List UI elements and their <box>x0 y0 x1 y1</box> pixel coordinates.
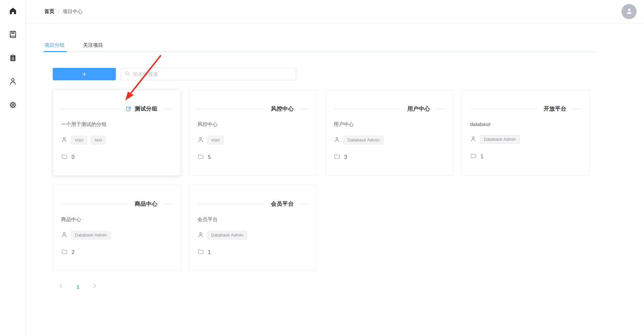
project-count: 5 <box>208 154 211 160</box>
group-members-row: Databasir Admin <box>197 231 309 240</box>
folder-icon <box>334 153 340 161</box>
group-title: 风控中心 <box>271 105 294 113</box>
group-description: 一个用于测试的分组 <box>61 121 172 128</box>
divider-line-left <box>334 109 401 109</box>
clipboard-icon <box>9 54 17 64</box>
group-members-row: Databasir Admin <box>61 231 172 240</box>
sidebar-item-documents[interactable] <box>8 31 17 39</box>
project-group-card[interactable]: 商品中心 商品中心 Databasir Admin 2 <box>53 185 181 271</box>
group-description: 风控中心 <box>197 121 309 128</box>
card-title-row: 会员平台 <box>197 200 309 208</box>
project-count: 1 <box>208 249 211 255</box>
card-title-row: 测试分组 <box>61 105 172 113</box>
tab-project-groups-label: 项目分组 <box>44 42 64 48</box>
divider-line-left <box>470 109 537 109</box>
group-title: 开放平台 <box>544 105 566 113</box>
tab-project-groups[interactable]: 项目分组 <box>44 39 64 51</box>
home-icon <box>9 7 17 16</box>
project-group-card[interactable]: 风控中心 风控中心 vran 5 <box>189 90 317 176</box>
divider-line-right <box>164 204 172 204</box>
tab-followed-projects-label: 关注项目 <box>83 42 103 48</box>
divider-line-right <box>301 204 309 204</box>
member-tag: Databasir Admin <box>71 231 111 240</box>
project-count-row: 3 <box>334 153 445 161</box>
group-title: 测试分组 <box>135 105 157 113</box>
book-icon <box>9 30 17 40</box>
project-group-card[interactable]: 测试分组 一个用于测试的分组 vrantest 0 <box>53 90 181 176</box>
group-description: 商品中心 <box>61 216 172 223</box>
user-avatar[interactable] <box>622 4 637 19</box>
divider-line-left <box>197 204 264 204</box>
tab-followed-projects[interactable]: 关注项目 <box>83 39 103 51</box>
breadcrumb-home[interactable]: 首页 <box>44 8 54 15</box>
search-box <box>120 68 296 80</box>
project-count-row: 2 <box>61 248 172 256</box>
edit-group-icon[interactable] <box>126 106 132 112</box>
divider-line-right <box>301 109 309 109</box>
group-title: 商品中心 <box>135 200 157 208</box>
toolbar: + <box>53 68 296 80</box>
pagination: 1 <box>57 282 99 292</box>
member-user-icon <box>334 136 340 144</box>
group-description: 会员平台 <box>197 216 309 223</box>
search-icon <box>125 71 130 78</box>
folder-icon <box>470 153 477 161</box>
member-tag: Databasir Admin <box>343 136 383 144</box>
card-title-row: 风控中心 <box>197 105 309 113</box>
folder-icon <box>61 248 68 256</box>
pagination-prev-button[interactable] <box>57 282 65 292</box>
divider-line-left <box>61 109 119 109</box>
tab-bar: 项目分组 关注项目 <box>44 39 596 52</box>
group-members-row: vrantest <box>61 136 172 144</box>
divider-line-left <box>61 204 128 204</box>
pagination-page-1[interactable]: 1 <box>74 284 82 290</box>
card-title-row: 开放平台 <box>470 105 581 113</box>
breadcrumb-separator: / <box>58 9 59 14</box>
folder-icon <box>61 153 68 161</box>
divider-line-right <box>437 109 445 109</box>
member-tag: Databasir Admin <box>480 135 520 144</box>
project-count: 2 <box>72 249 75 255</box>
pagination-next-button[interactable] <box>91 282 99 292</box>
member-tag: test <box>91 136 106 144</box>
member-tag: vran <box>71 136 87 144</box>
chevron-left-icon <box>59 284 63 290</box>
divider-line-right <box>164 109 172 109</box>
member-user-icon <box>197 232 204 239</box>
group-description: 用户中心 <box>334 121 445 128</box>
breadcrumb: 首页 / 项目中心 <box>44 8 83 15</box>
avatar-person-icon <box>625 7 634 17</box>
group-members-row: vran <box>197 136 309 144</box>
folder-icon <box>197 153 204 161</box>
member-user-icon <box>197 136 204 144</box>
search-input[interactable] <box>133 71 292 77</box>
project-count-row: 1 <box>197 248 309 256</box>
add-group-button[interactable]: + <box>53 68 116 80</box>
chevron-right-icon <box>92 284 97 290</box>
project-count-row: 0 <box>61 153 172 161</box>
sidebar-item-home[interactable] <box>8 7 17 16</box>
member-tag: vran <box>207 136 224 144</box>
folder-icon <box>197 248 204 256</box>
divider-line-right <box>573 109 581 109</box>
member-user-icon <box>61 136 67 144</box>
sidebar-item-settings[interactable] <box>8 101 17 110</box>
member-user-icon <box>61 232 67 239</box>
project-group-card[interactable]: 用户中心 用户中心 Databasir Admin 3 <box>325 90 453 176</box>
project-group-card[interactable]: 开放平台 databasir Databasir Admin 1 <box>462 90 590 176</box>
project-count-row: 5 <box>197 153 309 161</box>
sidebar-item-users[interactable] <box>8 78 17 86</box>
group-members-row: Databasir Admin <box>334 136 445 144</box>
project-count-row: 1 <box>470 153 581 161</box>
project-groups-grid: 测试分组 一个用于测试的分组 vrantest 0 <box>53 90 590 271</box>
group-title: 会员平台 <box>271 200 294 208</box>
sidebar <box>0 0 26 336</box>
project-count: 3 <box>344 154 347 160</box>
user-icon <box>9 77 17 87</box>
member-tag: Databasir Admin <box>207 231 247 240</box>
member-user-icon <box>470 136 476 143</box>
sidebar-item-projects[interactable] <box>8 54 17 63</box>
divider-line-left <box>197 109 264 109</box>
project-group-card[interactable]: 会员平台 会员平台 Databasir Admin 1 <box>189 185 317 271</box>
breadcrumb-current: 项目中心 <box>62 8 83 15</box>
